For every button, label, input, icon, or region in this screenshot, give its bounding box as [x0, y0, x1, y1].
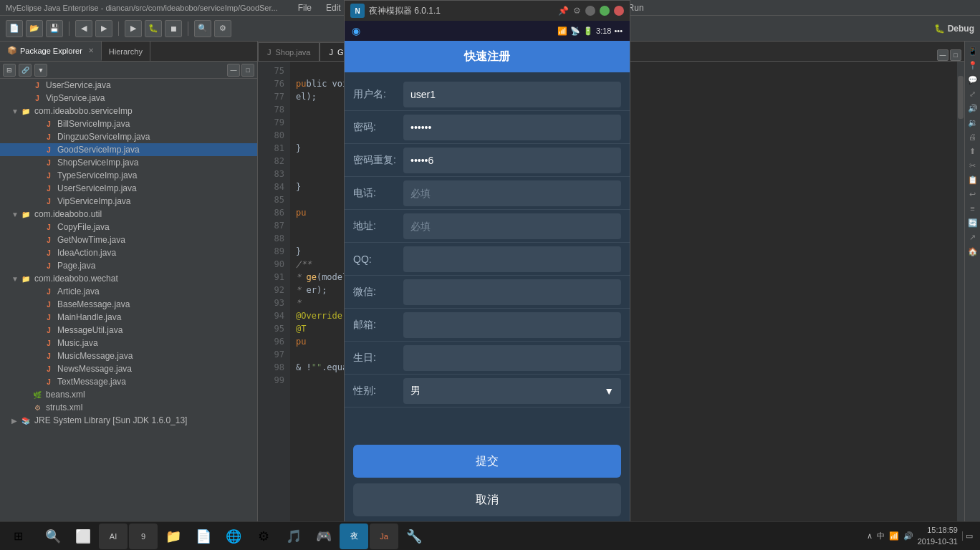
tray-sound[interactable]: 🔊 [903, 531, 913, 541]
sidebar-rotate-icon[interactable]: 🔄 [966, 216, 979, 229]
email-input[interactable] [403, 312, 621, 338]
sidebar-print-icon[interactable]: 🖨 [966, 130, 979, 143]
tree-item-textmessage[interactable]: J TextMessage.java [0, 375, 257, 388]
nox-pin-icon[interactable]: 📌 [558, 6, 569, 16]
tree-item-wechat-pkg[interactable]: ▼ 📁 com.ideabobo.wechat [0, 272, 257, 285]
tree-item-struts-xml[interactable]: ⚙ struts.xml [0, 401, 257, 414]
birthday-input[interactable] [403, 345, 621, 371]
vertical-scrollbar[interactable] [957, 62, 964, 536]
tree-item-page[interactable]: J Page.java [0, 259, 257, 272]
tree-item-getnowtime[interactable]: J GetNowTime.java [0, 233, 257, 246]
minimize-btn[interactable]: — [227, 64, 240, 77]
username-input[interactable] [403, 82, 621, 107]
tree-item-vipserviceimp[interactable]: J VipServiceImp.java [0, 195, 257, 208]
taskbar-app-doc[interactable]: 📄 [189, 524, 218, 549]
sidebar-home-icon[interactable]: 🏠 [966, 245, 979, 258]
qq-input[interactable] [403, 246, 621, 272]
sidebar-location-icon[interactable]: 📍 [966, 59, 979, 72]
more-icon[interactable]: ••• [614, 26, 623, 35]
taskbar-taskview[interactable]: ⬜ [69, 524, 97, 549]
nox-maximize-btn[interactable] [600, 6, 610, 16]
cancel-button[interactable]: 取消 [353, 483, 621, 516]
menu-file[interactable]: File [295, 1, 314, 14]
sidebar-upload-icon[interactable]: ⬆ [966, 145, 979, 158]
taskbar-app-web[interactable]: 🌐 [219, 524, 248, 549]
sidebar-message-icon[interactable]: 💬 [966, 73, 979, 86]
sidebar-expand-icon[interactable]: ⤢ [966, 87, 979, 100]
tray-up-icon[interactable]: ∧ [867, 531, 873, 541]
taskbar-app-java[interactable]: Ja [370, 524, 398, 549]
tree-item-article[interactable]: J Article.java [0, 285, 257, 298]
nox-minimize-btn[interactable] [585, 6, 595, 16]
tree-item-messageutil[interactable]: J MessageUtil.java [0, 324, 257, 337]
tree-item-serviceimp-pkg[interactable]: ▼ 📁 com.ideabobo.serviceImp [0, 105, 257, 117]
editor-maximize[interactable]: □ [950, 49, 961, 61]
tree-item-copyfile[interactable]: J CopyFile.java [0, 221, 257, 233]
toolbar-open[interactable]: 📂 [26, 20, 43, 37]
tree-item-goodservice[interactable]: J GoodServiceImp.java [0, 143, 257, 156]
tree-item-dingzuo[interactable]: J DingzuoServiceImp.java [0, 130, 257, 143]
toolbar-debug[interactable]: 🐛 [145, 20, 162, 37]
tree-item-util-pkg[interactable]: ▼ 📁 com.ideabobo.util [0, 208, 257, 221]
sidebar-copy-icon[interactable]: 📋 [966, 173, 979, 186]
nox-settings-icon[interactable]: ⚙ [573, 6, 581, 16]
tree-item-mainhandle[interactable]: J MainHandle.java [0, 311, 257, 324]
hierarchy-tab[interactable]: Hierarchy [102, 42, 150, 61]
tab-shop[interactable]: J Shop.java [258, 42, 320, 61]
gender-select[interactable]: 男 ▼ [403, 378, 621, 404]
taskbar-search[interactable]: 🔍 [39, 524, 67, 549]
sidebar-scissors-icon[interactable]: ✂ [966, 159, 979, 172]
taskbar-app-nox[interactable]: 夜 [340, 524, 368, 549]
tree-item-jre[interactable]: ▶ 📚 JRE System Library [Sun JDK 1.6.0_13… [0, 414, 257, 427]
toolbar-run[interactable]: ▶ [125, 20, 142, 37]
sidebar-lines-icon[interactable]: ≡ [966, 202, 979, 215]
sidebar-vol-down-icon[interactable]: 🔉 [966, 116, 979, 129]
taskbar-app-ai[interactable]: AI [99, 524, 128, 549]
tree-item-userserviceimp[interactable]: J UserServiceImp.java [0, 182, 257, 195]
tree-item-beans-xml[interactable]: 🌿 beans.xml [0, 388, 257, 401]
tray-show-desktop[interactable]: ▭ [962, 531, 973, 541]
start-button[interactable]: ⊞ [0, 522, 36, 551]
taskbar-app-folder[interactable]: 📁 [159, 524, 188, 549]
taskbar-app-service[interactable]: 🔧 [400, 524, 428, 549]
toolbar-save[interactable]: 💾 [46, 20, 63, 37]
tree-item-typeservice[interactable]: J TypeServiceImp.java [0, 169, 257, 182]
maximize-btn[interactable]: □ [241, 64, 254, 77]
tree-item-shopservice[interactable]: J ShopServiceImp.java [0, 156, 257, 169]
menu-btn[interactable]: ▼ [34, 64, 47, 77]
tree-item-music[interactable]: J Music.java [0, 337, 257, 349]
toolbar-back[interactable]: ◀ [75, 20, 92, 37]
tray-network[interactable]: 📶 [889, 531, 899, 541]
tree-item-newsmessage[interactable]: J NewsMessage.java [0, 362, 257, 375]
taskbar-app-game[interactable]: 🎮 [309, 524, 338, 549]
tree-item-vipservice[interactable]: J VipService.java [0, 92, 257, 105]
wechat-input[interactable] [403, 279, 621, 305]
phone-input[interactable] [403, 180, 621, 206]
sidebar-volume-icon[interactable]: 🔊 [966, 102, 979, 115]
sidebar-phone-icon[interactable]: 📱 [966, 44, 979, 57]
system-clock[interactable]: 15:18:59 2019-10-31 [918, 525, 958, 547]
link-editor-btn[interactable]: 🔗 [19, 64, 32, 77]
taskbar-app-9[interactable]: 9 [129, 524, 158, 549]
sidebar-back-icon[interactable]: ↩ [966, 188, 979, 201]
tree-item-musicmessage[interactable]: J MusicMessage.java [0, 349, 257, 362]
tree-item-userservice[interactable]: J UserService.java [0, 79, 257, 92]
tree-item-billservice[interactable]: J BillServiceImp.java [0, 117, 257, 130]
collapse-btn[interactable]: ⊟ [3, 64, 16, 77]
package-explorer-close[interactable]: ✕ [88, 47, 94, 54]
tray-lang[interactable]: 中 [877, 531, 885, 541]
taskbar-app-music[interactable]: 🎵 [279, 524, 308, 549]
toolbar-fwd[interactable]: ▶ [95, 20, 112, 37]
toolbar-search[interactable]: 🔍 [194, 20, 211, 37]
toolbar-stop[interactable]: ⏹ [165, 20, 182, 37]
sidebar-share-icon[interactable]: ↗ [966, 231, 979, 243]
submit-button[interactable]: 提交 [353, 445, 621, 478]
nox-close-btn[interactable] [614, 6, 624, 16]
taskbar-app-settings[interactable]: ⚙ [249, 524, 278, 549]
menu-edit[interactable]: Edit [323, 1, 344, 14]
address-input[interactable] [403, 213, 621, 239]
tree-item-ideaaction[interactable]: J IdeaAction.java [0, 246, 257, 259]
package-explorer-tab[interactable]: 📦 Package Explorer ✕ [0, 42, 102, 61]
toolbar-prefs[interactable]: ⚙ [214, 20, 231, 37]
editor-minimize[interactable]: — [937, 49, 948, 61]
